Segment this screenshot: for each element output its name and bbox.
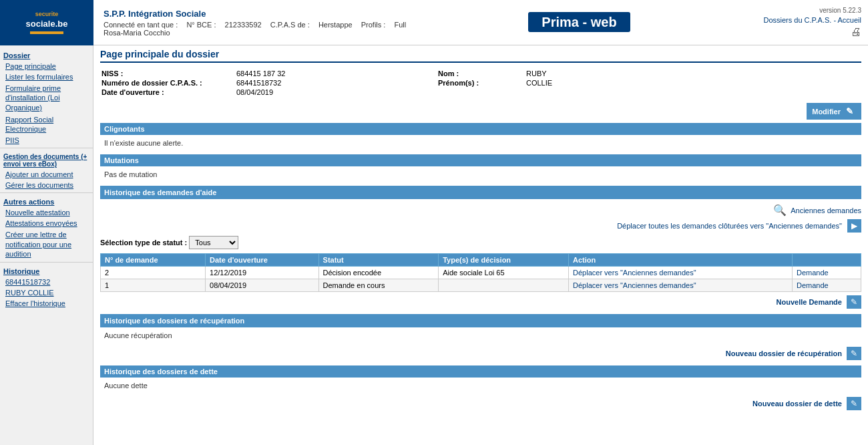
demand-table: N° de demande Date d'ouverture Statut Ty… bbox=[100, 253, 861, 292]
modifier-label: Modifier bbox=[812, 108, 841, 116]
date-ouverture-label: Date d'ouverture : bbox=[101, 88, 235, 96]
th-empty bbox=[793, 254, 861, 267]
sidebar-item-ajouter-doc[interactable]: Ajouter un document bbox=[0, 169, 93, 180]
cell-link[interactable]: Demande bbox=[793, 279, 861, 292]
help-icon-2[interactable]: ℹ bbox=[246, 316, 250, 325]
cell-date: 08/04/2019 bbox=[206, 279, 319, 292]
recuperation-content: Aucune récupération bbox=[100, 329, 861, 341]
connected-label: Connecté en tant que : bbox=[103, 21, 178, 29]
clignotants-block: Clignotants Il n'existe aucune alerte. bbox=[100, 123, 861, 149]
cell-action[interactable]: Déplacer vers "Anciennes demandes" bbox=[569, 267, 793, 279]
historique-aide-title: Historique des demandes d'aide bbox=[104, 188, 216, 196]
page-title: Page principale du dossier bbox=[100, 49, 861, 63]
prenom-label: Prénom(s) : bbox=[438, 79, 525, 87]
cell-action[interactable]: Déplacer vers "Anciennes demandes" bbox=[569, 279, 793, 292]
sidebar-section-gestion[interactable]: Gestion des documents (+ envoi vers eBox… bbox=[0, 150, 93, 169]
help-icon-1[interactable]: ℹ bbox=[218, 188, 222, 197]
historique-dette-header: Historique des dossiers de dette bbox=[100, 365, 861, 378]
num-dossier-value: 68441518732 bbox=[236, 79, 437, 87]
modifier-button[interactable]: Modifier ✎ bbox=[807, 103, 861, 120]
demande-link[interactable]: Demande bbox=[797, 269, 829, 277]
user-name: Rosa-Maria Cocchio bbox=[103, 29, 170, 37]
cell-link[interactable]: Demande bbox=[793, 267, 861, 279]
sidebar-item-effacer-historique[interactable]: Effacer l'historique bbox=[0, 298, 93, 309]
deplacer-arrow-button[interactable]: ▶ bbox=[847, 219, 861, 233]
demand-table-body: 2 12/12/2019 Décision encodée Aide socia… bbox=[101, 267, 861, 292]
nbc-value: 212333592 bbox=[225, 21, 262, 29]
th-date: Date d'ouverture bbox=[206, 254, 319, 267]
user-name-row: Rosa-Maria Cocchio bbox=[103, 29, 414, 37]
statut-select[interactable]: Tous En cours Clôturé bbox=[189, 236, 238, 249]
info-row-niss: NISS : 684415 187 32 Nom : RUBY bbox=[101, 69, 860, 78]
action-link[interactable]: Déplacer vers "Anciennes demandes" bbox=[573, 269, 696, 277]
demande-link[interactable]: Demande bbox=[797, 281, 829, 289]
modifier-area: Modifier ✎ bbox=[100, 103, 861, 120]
mutations-block: Mutations Pas de mutation bbox=[100, 154, 861, 180]
profils-value: Full bbox=[394, 21, 406, 29]
nouvelle-demande-button[interactable]: ✎ bbox=[847, 295, 861, 309]
user-info: Connecté en tant que : N° BCE : 21233359… bbox=[103, 21, 414, 29]
sidebar-item-lettre-notification[interactable]: Créer une lettre de notification pour un… bbox=[0, 229, 93, 260]
sidebar-item-hist-num[interactable]: 68441518732 bbox=[0, 277, 93, 287]
sidebar-item-formulaire-prime[interactable]: Formulaire prime d'installation (Loi Org… bbox=[0, 82, 93, 114]
statut-label: Sélection type de statut : bbox=[100, 239, 187, 247]
cell-type bbox=[439, 279, 569, 292]
cell-num: 2 bbox=[101, 267, 206, 279]
mutations-content: Pas de mutation bbox=[100, 168, 861, 180]
cell-num: 1 bbox=[101, 279, 206, 292]
main-layout: Dossier Page principale Lister les formu… bbox=[0, 45, 868, 445]
sidebar-item-piis[interactable]: PIIS bbox=[0, 135, 93, 146]
cpas-label: C.P.A.S de : bbox=[270, 21, 310, 29]
sidebar-item-attestations-envoyees[interactable]: Attestations envoyées bbox=[0, 218, 93, 229]
historique-aide-header: Historique des demandes d'aide ℹ bbox=[100, 186, 861, 199]
sidebar-section-historique[interactable]: Historique bbox=[0, 265, 93, 277]
nouvelle-demande-row: Nouvelle Demande ✎ bbox=[100, 295, 861, 309]
cell-statut: Demande en cours bbox=[318, 279, 439, 292]
dossiers-link[interactable]: Dossiers du C.P.A.S. - Accueil bbox=[734, 16, 861, 24]
historique-dette-block: Historique des dossiers de dette Aucune … bbox=[100, 365, 861, 410]
th-num: N° de demande bbox=[101, 254, 206, 267]
prenom-value: COLLIE bbox=[526, 79, 860, 87]
nouveau-recuperation-label: Nouveau dossier de récupération bbox=[726, 349, 842, 357]
nom-value: RUBY bbox=[526, 69, 860, 78]
nouveau-dette-label: Nouveau dossier de dette bbox=[752, 400, 842, 408]
sidebar-item-gerer-docs[interactable]: Gérer les documents bbox=[0, 180, 93, 190]
table-row: 2 12/12/2019 Décision encodée Aide socia… bbox=[101, 267, 861, 279]
anciennes-demandes-link[interactable]: Anciennes demandes bbox=[791, 206, 861, 214]
nom-label: Nom : bbox=[438, 69, 525, 78]
nouveau-dette-button[interactable]: ✎ bbox=[847, 397, 861, 410]
niss-value: 684415 187 32 bbox=[236, 69, 437, 78]
sidebar-item-page-principale[interactable]: Page principale bbox=[0, 61, 93, 71]
sidebar-item-nouvelle-attestation[interactable]: Nouvelle attestation bbox=[0, 207, 93, 218]
th-statut: Statut bbox=[318, 254, 439, 267]
nouveau-dette-row: Nouveau dossier de dette ✎ bbox=[100, 397, 861, 410]
table-row: 1 08/04/2019 Demande en cours Déplacer v… bbox=[101, 279, 861, 292]
sidebar-item-lister-formulaires[interactable]: Lister les formulaires bbox=[0, 71, 93, 82]
clignotants-header: Clignotants bbox=[100, 123, 861, 135]
sidebar-section-autres[interactable]: Autres actions bbox=[0, 195, 93, 207]
sidebar-divider-1 bbox=[0, 148, 93, 148]
deplacer-link[interactable]: Déplacer toutes les demandes clôturées v… bbox=[617, 222, 842, 230]
edit-icon: ✎ bbox=[843, 105, 856, 118]
th-type: Type(s) de décision bbox=[439, 254, 569, 267]
num-dossier-label: Numéro de dossier C.P.A.S. : bbox=[101, 79, 235, 87]
statut-row: Sélection type de statut : Tous En cours… bbox=[100, 236, 861, 249]
mutations-header: Mutations bbox=[100, 154, 861, 166]
sidebar-item-rapport-social[interactable]: Rapport Social Electronique bbox=[0, 114, 93, 136]
demand-table-head: N° de demande Date d'ouverture Statut Ty… bbox=[101, 254, 861, 267]
profils-label: Profils : bbox=[361, 21, 386, 29]
info-table: NISS : 684415 187 32 Nom : RUBY Numéro d… bbox=[100, 68, 861, 98]
sidebar: Dossier Page principale Lister les formu… bbox=[0, 45, 93, 445]
sidebar-section-dossier[interactable]: Dossier bbox=[0, 49, 93, 61]
nouveau-recuperation-button[interactable]: ✎ bbox=[847, 347, 861, 360]
cell-date: 12/12/2019 bbox=[206, 267, 319, 279]
anciennes-row: 🔍 Anciennes demandes bbox=[100, 201, 861, 219]
sidebar-item-hist-name[interactable]: RUBY COLLIE bbox=[0, 287, 93, 298]
nouveau-recuperation-row: Nouveau dossier de récupération ✎ bbox=[100, 347, 861, 360]
print-icon[interactable]: 🖨 bbox=[734, 26, 861, 38]
clignotants-content: Il n'existe aucune alerte. bbox=[100, 137, 861, 149]
logo-area: securite sociale.be bbox=[0, 0, 93, 45]
info-row-dossier: Numéro de dossier C.P.A.S. : 68441518732… bbox=[101, 79, 860, 87]
header: securite sociale.be S.P.P. Intégration S… bbox=[0, 0, 868, 45]
action-link[interactable]: Déplacer vers "Anciennes demandes" bbox=[573, 281, 696, 289]
